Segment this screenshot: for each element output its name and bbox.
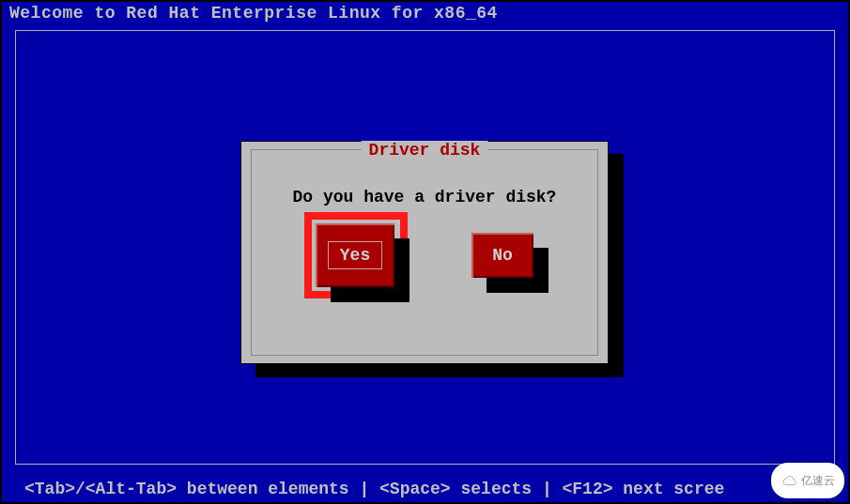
driver-disk-dialog: Driver disk Do you have a driver disk? Y… [240, 141, 609, 364]
dialog-button-row: Yes No [252, 223, 597, 287]
watermark-badge: 亿速云 [771, 463, 844, 498]
dialog-border: Driver disk Do you have a driver disk? Y… [251, 149, 598, 356]
no-button-label: No [492, 246, 513, 265]
no-button-wrap: No [471, 233, 533, 287]
dialog-prompt: Do you have a driver disk? [252, 188, 597, 206]
yes-button-label: Yes [328, 241, 382, 269]
installer-screen: Welcome to Red Hat Enterprise Linux for … [0, 0, 850, 504]
dialog-title: Driver disk [362, 141, 488, 160]
yes-button-wrap: Yes [316, 223, 394, 287]
status-bar: <Tab>/<Alt-Tab> between elements | <Spac… [2, 480, 848, 498]
yes-button[interactable]: Yes [316, 223, 394, 287]
no-button[interactable]: No [471, 233, 533, 278]
page-title: Welcome to Red Hat Enterprise Linux for … [2, 2, 848, 24]
cloud-icon [780, 475, 797, 486]
watermark-text: 亿速云 [801, 473, 835, 489]
